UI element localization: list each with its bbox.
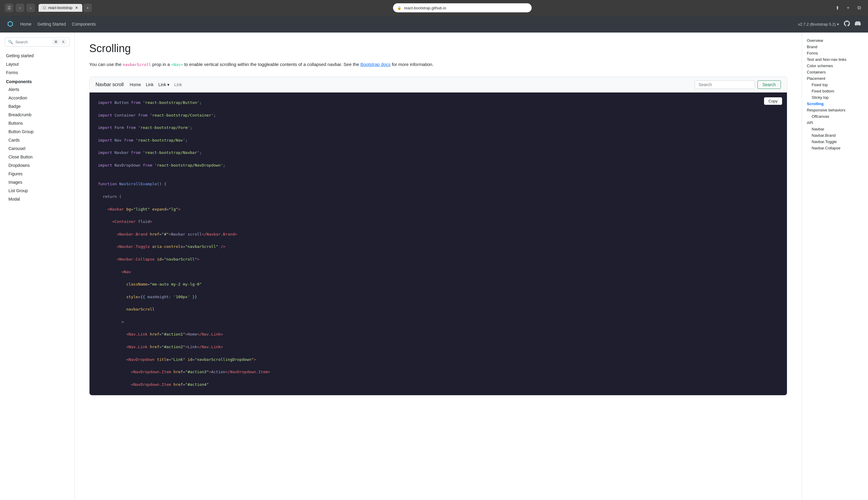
search-icon: 🔍 [8, 40, 13, 44]
search-keyboard-shortcut: ⌘ K [53, 39, 66, 45]
demo-nav-link1[interactable]: Link [146, 82, 154, 87]
demo-nav-home[interactable]: Home [130, 82, 141, 87]
toc-navbar-toggle[interactable]: Navbar.Toggle [807, 138, 863, 145]
url-text: react-bootstrap.github.io [404, 6, 446, 10]
demo-search-area: Search [695, 80, 781, 89]
main-layout: 🔍 Search ⌘ K Getting started Layout Form… [0, 33, 868, 500]
sidebar-item-buttons[interactable]: Buttons [0, 119, 75, 127]
search-box-placeholder: Search [15, 40, 50, 44]
page-title: Scrolling [89, 42, 787, 55]
toc-forms[interactable]: Forms [807, 50, 863, 56]
demo-box: Navbar scroll Home Link Link ▾ Link Sear… [89, 77, 787, 396]
version-badge[interactable]: v2.7.2 (Bootstrap 5.2) ▾ [798, 22, 839, 26]
browser-actions: ⬆ + ⧉ [833, 4, 863, 12]
toc-color-schemes[interactable]: Color schemes [807, 62, 863, 69]
desc-end: for more information. [391, 62, 434, 67]
discord-icon[interactable] [855, 21, 861, 28]
demo-nav-disabled: Link [174, 82, 182, 87]
code-block: Copy import Button from 'react-bootstrap… [89, 92, 787, 395]
toc-navbar-brand[interactable]: Navbar.Brand [807, 132, 863, 138]
toc-placement[interactable]: Placement [807, 75, 863, 82]
tab-close-icon[interactable]: ✕ [75, 6, 78, 10]
sidebar-item-carousel[interactable]: Carousel [0, 144, 75, 153]
new-tab-btn[interactable]: + [84, 4, 92, 12]
forward-btn[interactable]: › [26, 4, 35, 12]
toc-navbar[interactable]: Navbar [807, 126, 863, 132]
toc-containers[interactable]: Containers [807, 69, 863, 75]
tab-overview-btn[interactable]: ⧉ [855, 4, 863, 12]
version-text: v2.7.2 (Bootstrap 5.2) [798, 22, 836, 26]
demo-search-button[interactable]: Search [757, 80, 781, 89]
sidebar-item-badge[interactable]: Badge [0, 102, 75, 111]
version-caret-icon: ▾ [837, 22, 839, 26]
sidebar-item-accordion[interactable]: Accordion [0, 94, 75, 102]
code-content: import Button from 'react-bootstrap/Butt… [98, 100, 779, 388]
sidebar-item-breadcrumb[interactable]: Breadcrumb [0, 111, 75, 119]
browser-controls: ☰ ‹ › [5, 4, 35, 12]
toc-scrolling[interactable]: Scrolling [807, 101, 863, 107]
toc-responsive[interactable]: Responsive behaviors [807, 107, 863, 113]
toc-text-links[interactable]: Text and Non-nav links [807, 56, 863, 62]
back-btn[interactable]: ‹ [16, 4, 24, 12]
bootstrap-docs-link[interactable]: Bootstrap docs [360, 62, 391, 67]
code-nav: <Nav> [171, 62, 183, 67]
add-bookmark-btn[interactable]: + [844, 4, 852, 12]
sidebar-item-cards[interactable]: Cards [0, 136, 75, 144]
desc-mid: prop in a [151, 62, 171, 67]
sidebar-toggle-btn[interactable]: ☰ [5, 4, 13, 12]
desc-suffix: to enable vertical scrolling within the … [183, 62, 360, 67]
tab-label: react-bootstrap [48, 6, 73, 10]
logo-icon: ⬡ [7, 20, 13, 28]
code-navbarscroll: navbarScroll [123, 62, 151, 67]
content-area: Scrolling You can use the navbarScroll p… [75, 33, 802, 500]
browser-chrome: ☰ ‹ › ⬡ react-bootstrap ✕ + 🔒 react-boot… [0, 0, 868, 16]
toc-sticky-top[interactable]: Sticky top [807, 94, 863, 101]
search-box[interactable]: 🔍 Search ⌘ K [5, 37, 70, 47]
toc-fixed-bottom[interactable]: Fixed bottom [807, 88, 863, 94]
dropdown-caret-icon: ▾ [167, 82, 169, 87]
sidebar-item-images[interactable]: Images [0, 178, 75, 186]
sidebar-item-getting-started[interactable]: Getting started [0, 52, 75, 60]
sidebar-item-figures[interactable]: Figures [0, 170, 75, 178]
kbd-cmd: ⌘ [53, 39, 59, 45]
active-tab[interactable]: ⬡ react-bootstrap ✕ [38, 4, 82, 12]
toc-brand[interactable]: Brand [807, 44, 863, 50]
sidebar-item-modal[interactable]: Modal [0, 195, 75, 203]
page-description: You can use the navbarScroll prop in a <… [89, 61, 787, 68]
sidebar-item-layout[interactable]: Layout [0, 60, 75, 68]
copy-button[interactable]: Copy [764, 97, 782, 105]
toc-fixed-top[interactable]: Fixed top [807, 82, 863, 88]
sidebar-item-alerts[interactable]: Alerts [0, 85, 75, 94]
sidebar-item-list-group[interactable]: List Group [0, 186, 75, 195]
url-bar-container: 🔒 react-bootstrap.github.io [96, 3, 830, 12]
toc-offcanvas[interactable]: Offcanvas [807, 113, 863, 120]
kbd-k: K [60, 39, 66, 45]
left-sidebar: 🔍 Search ⌘ K Getting started Layout Form… [0, 33, 75, 500]
github-icon[interactable] [844, 21, 850, 28]
site-nav-right: v2.7.2 (Bootstrap 5.2) ▾ [798, 21, 861, 28]
site-logo: ⬡ [7, 20, 13, 28]
demo-brand: Navbar scroll [96, 82, 124, 87]
home-nav-link[interactable]: Home [20, 22, 31, 26]
demo-nav-links: Home Link Link ▾ Link [130, 82, 182, 87]
sidebar-item-close-button[interactable]: Close Button [0, 153, 75, 161]
site-nav-links: Home Getting Started Components [20, 22, 96, 26]
sidebar-item-button-group[interactable]: Button Group [0, 127, 75, 136]
toc-api[interactable]: API [807, 120, 863, 126]
right-sidebar: Overview Brand Forms Text and Non-nav li… [802, 33, 868, 500]
sidebar-item-forms[interactable]: Forms [0, 68, 75, 77]
share-btn[interactable]: ⬆ [833, 4, 842, 12]
sidebar-category-components: Components [0, 77, 75, 85]
url-bar[interactable]: 🔒 react-bootstrap.github.io [393, 3, 532, 12]
demo-nav-dropdown[interactable]: Link ▾ [158, 82, 169, 87]
demo-search-input[interactable] [695, 80, 755, 89]
toc-navbar-collapse[interactable]: Navbar.Collapse [807, 145, 863, 151]
getting-started-nav-link[interactable]: Getting Started [37, 22, 66, 26]
demo-navbar: Navbar scroll Home Link Link ▾ Link Sear… [89, 77, 787, 92]
sidebar-item-dropdowns[interactable]: Dropdowns [0, 161, 75, 170]
toc-overview[interactable]: Overview [807, 37, 863, 44]
desc-prefix: You can use the [89, 62, 123, 67]
components-nav-link[interactable]: Components [72, 22, 96, 26]
tab-favicon: ⬡ [43, 6, 46, 10]
site-navbar: ⬡ Home Getting Started Components v2.7.2… [0, 16, 868, 33]
